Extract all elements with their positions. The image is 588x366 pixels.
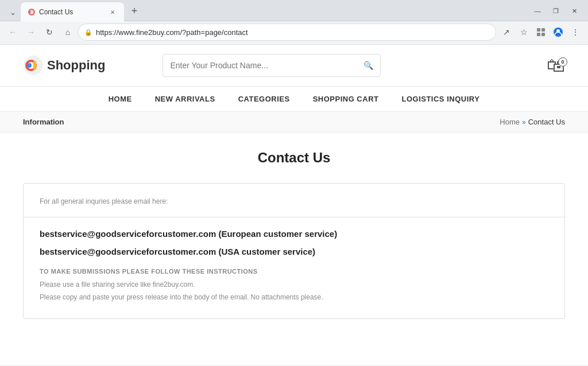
site-header: Shopping 🔍 🛍 0 — [0, 45, 588, 87]
close-button[interactable]: ✕ — [565, 4, 583, 18]
website-content: Shopping 🔍 🛍 0 HOME NEW ARRIVALS CATEGOR… — [0, 44, 588, 365]
cart-icon[interactable]: 🛍 0 — [547, 56, 565, 75]
tab-favicon — [28, 8, 36, 16]
contact-email-usa: bestservice@goodserviceforcustomer.com (… — [40, 247, 548, 256]
nav-new-arrivals[interactable]: NEW ARRIVALS — [144, 87, 227, 111]
tab-close-button[interactable]: ✕ — [108, 7, 117, 17]
breadcrumb-nav: Home » Contact Us — [500, 118, 565, 126]
new-tab-button[interactable]: + — [126, 3, 142, 20]
page-title: Contact Us — [23, 150, 565, 166]
search-bar[interactable]: 🔍 — [163, 54, 381, 77]
share-icon[interactable]: ↗ — [498, 24, 514, 40]
contact-instructions: TO MAKE SUBMISSIONS PLEASE FOLLOW THESE … — [40, 268, 548, 302]
svg-rect-6 — [541, 33, 545, 36]
lock-icon: 🔒 — [84, 29, 92, 36]
contact-email-eu: bestservice@goodserviceforcustomer.com (… — [40, 229, 548, 239]
url-text: https://www.fine2buy.com/?path=page/cont… — [96, 28, 490, 37]
extensions-icon[interactable] — [533, 24, 549, 40]
contact-intro-text: For all general inquries please email he… — [40, 197, 548, 205]
profile-icon[interactable] — [550, 24, 566, 40]
nav-categories[interactable]: CATEGORIES — [227, 87, 301, 111]
breadcrumb-bar: Information Home » Contact Us — [0, 112, 588, 133]
menu-icon[interactable]: ⋮ — [567, 24, 583, 40]
contact-card: For all general inquries please email he… — [23, 183, 565, 319]
breadcrumb-section-title: Information — [23, 118, 64, 126]
instruction-line-1: Please use a file sharing service like f… — [40, 279, 548, 290]
main-content: Contact Us For all general inquries plea… — [0, 133, 588, 342]
search-input[interactable] — [170, 61, 359, 70]
cart-count-badge: 0 — [558, 57, 567, 67]
nav-logistics[interactable]: LOGISTICS INQUIRY — [390, 87, 491, 111]
svg-rect-5 — [537, 33, 540, 36]
forward-button[interactable]: → — [23, 24, 39, 40]
toolbar-icons: ↗ ☆ ⋮ — [498, 24, 583, 40]
active-tab[interactable]: Contact Us ✕ — [21, 2, 124, 22]
svg-rect-3 — [537, 28, 540, 32]
breadcrumb-home-link[interactable]: Home — [500, 118, 520, 126]
svg-rect-13 — [33, 61, 36, 70]
search-icon: 🔍 — [363, 61, 373, 70]
maximize-button[interactable]: ❐ — [547, 4, 565, 18]
home-button[interactable]: ⌂ — [60, 24, 76, 40]
breadcrumb-separator: » — [522, 118, 526, 126]
instruction-line-2: Please copy and paste your press release… — [40, 292, 548, 302]
minimize-button[interactable]: — — [528, 4, 547, 18]
instructions-title: TO MAKE SUBMISSIONS PLEASE FOLLOW THESE … — [40, 268, 548, 275]
nav-shopping-cart[interactable]: SHOPPING CART — [301, 87, 390, 111]
logo-icon — [23, 55, 44, 76]
address-bar[interactable]: 🔒 https://www.fine2buy.com/?path=page/co… — [78, 24, 496, 41]
back-button[interactable]: ← — [5, 24, 21, 40]
svg-rect-4 — [541, 28, 545, 32]
browser-chrome: ⌄ Contact Us ✕ + — ❐ ✕ ← → ↻ ⌂ 🔒 https:/ — [0, 0, 588, 44]
window-controls: — ❐ ✕ — [528, 4, 583, 18]
logo[interactable]: Shopping — [23, 55, 105, 76]
contact-divider — [24, 217, 564, 217]
breadcrumb-current-page: Contact Us — [528, 118, 565, 126]
site-nav: HOME NEW ARRIVALS CATEGORIES SHOPPING CA… — [0, 87, 588, 112]
logo-text: Shopping — [47, 58, 105, 73]
tab-title: Contact Us — [39, 8, 105, 16]
title-bar: ⌄ Contact Us ✕ + — ❐ ✕ — [0, 0, 588, 21]
address-bar-row: ← → ↻ ⌂ 🔒 https://www.fine2buy.com/?path… — [0, 21, 588, 44]
svg-point-2 — [29, 11, 31, 13]
nav-home[interactable]: HOME — [97, 87, 144, 111]
refresh-button[interactable]: ↻ — [41, 24, 57, 40]
tab-list-button[interactable]: ⌄ — [5, 4, 21, 20]
bookmark-icon[interactable]: ☆ — [516, 24, 532, 40]
svg-point-12 — [27, 63, 32, 68]
